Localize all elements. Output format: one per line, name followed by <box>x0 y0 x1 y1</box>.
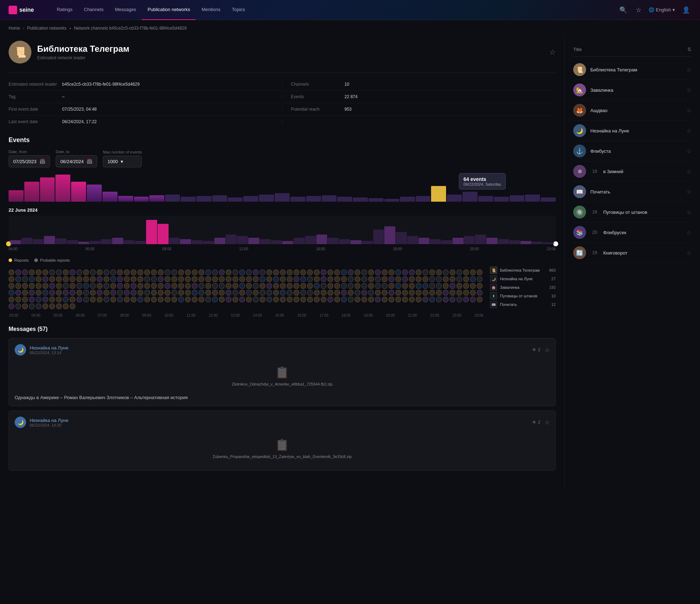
message-star-button[interactable]: ☆ <box>545 419 550 426</box>
bubble-dot[interactable] <box>124 297 130 302</box>
bubble-dot[interactable] <box>300 297 306 302</box>
bubble-dot[interactable] <box>361 276 367 282</box>
bubble-dot[interactable] <box>321 283 326 289</box>
bubble-dot[interactable] <box>416 297 421 302</box>
date-from-input[interactable]: 07/25/2023 📅 <box>9 155 50 167</box>
bubble-dot[interactable] <box>63 276 69 282</box>
bubble-dot[interactable] <box>395 270 401 275</box>
bubble-dot[interactable] <box>355 283 360 289</box>
bubble-dot[interactable] <box>124 283 130 289</box>
bubble-dot[interactable] <box>246 297 252 302</box>
bubble-dot[interactable] <box>287 276 292 282</box>
bubble-dot[interactable] <box>328 270 333 275</box>
sidebar-item[interactable]: 🏡 Завалинка ☆ <box>573 80 691 100</box>
bubble-dot[interactable] <box>422 270 428 275</box>
bubble-dot[interactable] <box>402 290 408 296</box>
bubble-dot[interactable] <box>36 283 41 289</box>
bubble-dot[interactable] <box>422 290 428 296</box>
bubble-dot[interactable] <box>36 276 41 282</box>
bubble-dot[interactable] <box>334 270 340 275</box>
bubble-dot[interactable] <box>212 290 218 296</box>
bubble-dot[interactable] <box>205 290 211 296</box>
bubble-dot[interactable] <box>416 290 421 296</box>
bubble-dot[interactable] <box>70 276 75 282</box>
logo[interactable]: seine <box>9 6 34 14</box>
bubble-dot[interactable] <box>375 276 381 282</box>
bubble-dot[interactable] <box>70 270 75 275</box>
bubble-dot[interactable] <box>110 276 116 282</box>
bubble-dot[interactable] <box>151 290 157 296</box>
bubble-dot[interactable] <box>110 270 116 275</box>
chart-bar[interactable] <box>196 196 211 202</box>
sidebar-item[interactable]: 🔄 19 Книговорот ☆ <box>573 243 691 263</box>
bubble-dot[interactable] <box>171 276 177 282</box>
bubble-dot[interactable] <box>395 290 401 296</box>
bubble-dot[interactable] <box>232 276 238 282</box>
bubble-dot[interactable] <box>226 297 231 302</box>
bubble-dot[interactable] <box>375 297 381 302</box>
sidebar-item[interactable]: ❄ 18 в Зимний ☆ <box>573 161 691 182</box>
bubble-dot[interactable] <box>477 297 482 302</box>
bubble-dot[interactable] <box>117 276 123 282</box>
bubble-dot[interactable] <box>314 270 320 275</box>
bubble-dot[interactable] <box>416 276 421 282</box>
bubble-dot[interactable] <box>280 276 286 282</box>
bubble-dot[interactable] <box>375 290 381 296</box>
bubble-dot[interactable] <box>300 283 306 289</box>
bubble-dot[interactable] <box>185 290 191 296</box>
bubble-dot[interactable] <box>463 283 469 289</box>
chart-bar[interactable] <box>353 197 368 202</box>
bubble-dot[interactable] <box>144 297 150 302</box>
sidebar-star-button[interactable]: ☆ <box>686 250 691 256</box>
bubble-dot[interactable] <box>178 283 184 289</box>
breadcrumb-home[interactable]: Home <box>9 26 20 31</box>
bubble-dot[interactable] <box>470 290 476 296</box>
bubble-dot[interactable] <box>266 283 272 289</box>
bubble-dot[interactable] <box>477 283 482 289</box>
bubble-dot[interactable] <box>375 283 381 289</box>
bubble-dot[interactable] <box>300 290 306 296</box>
bubble-dot[interactable] <box>56 283 62 289</box>
chart-bar[interactable] <box>400 197 415 202</box>
chart-bar[interactable] <box>9 190 24 202</box>
bubble-dot[interactable] <box>443 276 449 282</box>
bubble-dot[interactable] <box>287 290 292 296</box>
bubble-dot[interactable] <box>395 276 401 282</box>
bubble-dot[interactable] <box>463 270 469 275</box>
bubble-dot[interactable] <box>49 283 55 289</box>
bubble-dot[interactable] <box>171 283 177 289</box>
bubble-dot[interactable] <box>192 283 198 289</box>
bubble-dot[interactable] <box>219 270 225 275</box>
sidebar-item[interactable]: 📚 20 Флибрусек ☆ <box>573 222 691 243</box>
bubble-dot[interactable] <box>42 290 48 296</box>
bubble-dot[interactable] <box>436 297 442 302</box>
bubble-dot[interactable] <box>389 290 394 296</box>
bubble-dot[interactable] <box>409 290 415 296</box>
bubble-dot[interactable] <box>314 290 320 296</box>
bubble-dot[interactable] <box>97 290 102 296</box>
bubble-dot[interactable] <box>307 283 313 289</box>
bubble-dot[interactable] <box>29 283 35 289</box>
chart-bar[interactable] <box>337 197 352 202</box>
bubble-dot[interactable] <box>470 283 476 289</box>
bubble-dot[interactable] <box>436 270 442 275</box>
bubble-legend-item[interactable]: 🌙 Незнайка на Луне 27 <box>490 275 556 282</box>
chart-bar[interactable] <box>541 197 556 202</box>
sidebar-star-button[interactable]: ☆ <box>686 66 691 73</box>
bubble-dot[interactable] <box>15 297 21 302</box>
bubble-dot[interactable] <box>110 297 116 302</box>
bubble-dot[interactable] <box>429 270 435 275</box>
bubble-dot[interactable] <box>266 297 272 302</box>
chart-bar[interactable] <box>87 185 102 202</box>
chart-bar[interactable] <box>306 196 321 202</box>
bubble-dot[interactable] <box>42 297 48 302</box>
chart-bar[interactable] <box>24 182 39 202</box>
bubble-dot[interactable] <box>450 276 455 282</box>
bubble-dot[interactable] <box>416 283 421 289</box>
bubble-dot[interactable] <box>260 276 265 282</box>
bubble-dot[interactable] <box>83 297 89 302</box>
bubble-dot[interactable] <box>314 283 320 289</box>
bubble-dot[interactable] <box>219 283 225 289</box>
bubble-dot[interactable] <box>49 276 55 282</box>
bubble-dot[interactable] <box>341 276 347 282</box>
